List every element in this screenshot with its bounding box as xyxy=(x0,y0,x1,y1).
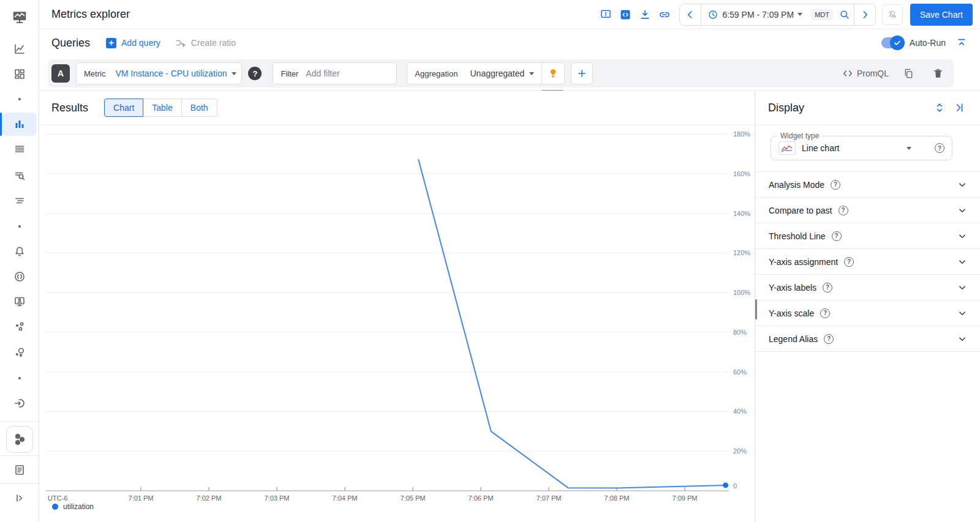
sidebar-item-monitored-resources[interactable] xyxy=(0,289,39,314)
time-range-dropdown[interactable]: 6:59 PM - 7:09 PM xyxy=(701,9,809,20)
display-section-row[interactable]: Compare to past ? xyxy=(755,198,980,223)
aggregation-group: Aggregation Unaggregated xyxy=(407,62,565,84)
tab-both[interactable]: Both xyxy=(182,99,217,117)
add-clause-button[interactable] xyxy=(571,62,593,84)
svg-text:7:09 PM: 7:09 PM xyxy=(673,494,698,502)
sidebar-item-groups[interactable] xyxy=(0,315,39,339)
metric-label: Metric xyxy=(77,63,113,84)
display-panel: Display Widget type Line chart xyxy=(755,91,980,522)
sidebar-item-dashboards[interactable] xyxy=(0,62,39,86)
tab-table[interactable]: Table xyxy=(143,99,181,117)
line-chart-thumbnail-icon xyxy=(778,141,796,155)
sidebar-item-overview[interactable] xyxy=(0,37,39,61)
svg-text:40%: 40% xyxy=(733,408,747,415)
display-section-row[interactable]: Analysis Mode ? xyxy=(755,172,980,198)
expand-all-sections-button[interactable] xyxy=(930,98,949,117)
aggregation-value: Unaggregated xyxy=(470,69,524,78)
auto-run-toggle[interactable] xyxy=(881,37,903,48)
time-zoom-button[interactable] xyxy=(835,5,854,24)
delete-query-button[interactable] xyxy=(928,64,948,83)
linked-circles-icon xyxy=(13,346,26,359)
panel-scrollbar[interactable] xyxy=(755,299,757,319)
sidebar-item-uptime-checks[interactable] xyxy=(0,264,39,289)
widget-type-select[interactable]: Widget type Line chart ? xyxy=(771,136,952,160)
filter-input[interactable] xyxy=(306,69,396,78)
metric-help-button[interactable]: ? xyxy=(248,67,262,80)
display-heading: Display xyxy=(768,102,804,114)
view-code-button[interactable] xyxy=(616,5,635,24)
timezone-chip[interactable]: MDT xyxy=(811,9,833,20)
monitor-person-icon xyxy=(13,296,26,308)
sidebar-expand-button[interactable] xyxy=(0,486,39,510)
display-section-row[interactable]: Y-axis assignment ? xyxy=(755,249,980,275)
svg-text:60%: 60% xyxy=(733,368,747,376)
svg-text:7:04 PM: 7:04 PM xyxy=(333,494,358,502)
check-icon xyxy=(893,39,902,47)
help-icon[interactable]: ? xyxy=(839,206,848,215)
display-section-row[interactable]: Threshold Line ? xyxy=(755,223,980,249)
alerting-disabled-button[interactable] xyxy=(882,4,903,25)
suggestion-bulb-button[interactable] xyxy=(542,62,564,84)
hexagons-icon xyxy=(12,432,27,447)
add-query-button[interactable]: + Add query xyxy=(106,38,160,48)
download-button[interactable] xyxy=(635,5,655,24)
tab-chart[interactable]: Chart xyxy=(104,99,143,117)
sidebar-item-reports[interactable] xyxy=(0,458,39,482)
sidebar-item-list[interactable] xyxy=(0,137,39,162)
sidebar-divider xyxy=(0,483,39,484)
dropdown-caret-icon xyxy=(529,72,534,75)
sidebar-item-integrations[interactable] xyxy=(0,391,39,416)
time-forward-button[interactable] xyxy=(854,5,875,24)
collapse-queries-button[interactable] xyxy=(952,33,971,53)
sidebar-item-gke-hexagons[interactable] xyxy=(6,426,33,453)
svg-text:140%: 140% xyxy=(733,210,750,217)
chevron-down-icon xyxy=(957,256,968,267)
display-section-row[interactable]: Y-axis scale ? xyxy=(755,300,980,326)
results-header: Results Chart Table Both xyxy=(39,91,755,125)
code-brackets-icon xyxy=(842,68,853,79)
help-icon[interactable]: ? xyxy=(820,308,830,318)
sidebar-item-services[interactable] xyxy=(0,340,39,365)
left-navigation-sidebar xyxy=(0,0,39,522)
svg-text:7:02 PM: 7:02 PM xyxy=(197,494,222,502)
help-icon[interactable]: ? xyxy=(831,180,840,190)
legend-series-label[interactable]: utilization xyxy=(63,502,94,511)
chevron-down-icon xyxy=(957,308,968,319)
widget-type-help-icon[interactable]: ? xyxy=(935,143,944,153)
unfold-more-icon xyxy=(933,102,946,114)
link-icon xyxy=(658,9,671,21)
svg-text:7:01 PM: 7:01 PM xyxy=(129,494,154,502)
promql-button[interactable]: PromQL xyxy=(842,68,889,79)
help-icon[interactable]: ? xyxy=(824,334,834,344)
toggle-thumb xyxy=(890,35,905,50)
aggregation-dropdown[interactable]: Unaggregated xyxy=(465,69,541,78)
share-link-button[interactable] xyxy=(655,5,674,24)
save-chart-button[interactable]: Save Chart xyxy=(910,4,973,26)
sidebar-item-log-search[interactable] xyxy=(0,163,39,188)
sidebar-item-alerting[interactable] xyxy=(0,239,39,264)
duplicate-query-button[interactable] xyxy=(899,64,918,83)
sidebar-item-metrics-explorer[interactable] xyxy=(0,112,39,136)
display-section-label: Threshold Line xyxy=(769,231,826,241)
create-ratio-label: Create ratio xyxy=(191,38,236,48)
display-section-row[interactable]: Legend Alias ? xyxy=(755,326,980,352)
help-icon[interactable]: ? xyxy=(823,283,832,293)
aggregation-label: Aggregation xyxy=(407,63,465,84)
feedback-button[interactable] xyxy=(596,5,616,24)
help-icon[interactable]: ? xyxy=(844,257,854,267)
help-icon[interactable]: ? xyxy=(832,231,842,241)
sidebar-item-trace[interactable] xyxy=(0,188,39,213)
add-query-label: Add query xyxy=(121,38,160,48)
queries-heading: Queries xyxy=(51,37,90,50)
chart-region: 180%160%140%120%100%80%60%40%20%07:01 PM… xyxy=(39,125,755,522)
line-chart[interactable]: 180%160%140%120%100%80%60%40%20%07:01 PM… xyxy=(39,125,755,517)
time-range-value: 6:59 PM - 7:09 PM xyxy=(722,10,794,20)
time-back-button[interactable] xyxy=(680,5,701,24)
metric-dropdown[interactable]: VM Instance - CPU utilization xyxy=(113,69,241,78)
display-section-row[interactable]: Y-axis labels ? xyxy=(755,275,980,300)
query-actions: PromQL xyxy=(842,64,948,83)
collapse-panel-button[interactable] xyxy=(949,98,969,117)
bar-chart-icon xyxy=(13,118,26,130)
clock-icon xyxy=(707,9,718,20)
create-ratio-button[interactable]: Create ratio xyxy=(175,37,236,48)
